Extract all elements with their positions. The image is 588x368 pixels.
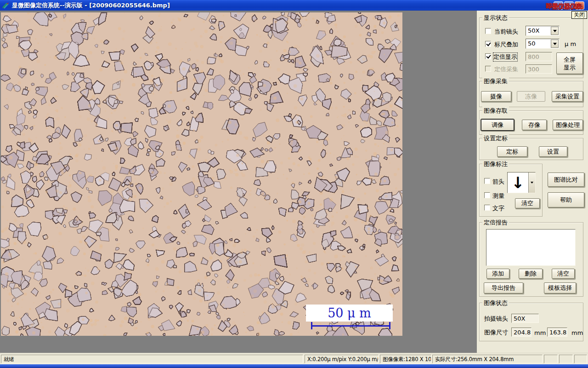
lens-value-field: 50X — [511, 314, 539, 323]
load-image-button[interactable]: 调像 — [481, 119, 514, 131]
watermark-text: 即墨仪器仪表 — [546, 2, 582, 11]
scale-bar-tick-right — [389, 322, 390, 329]
image-width-field: 204.8 — [511, 328, 531, 337]
arrow-checkbox[interactable] — [484, 178, 490, 184]
group-image-status: 图像状态 拍摄镜头 50X 图像尺寸 204.8 mm 163.8 mm — [479, 303, 583, 341]
lens-label: 拍摄镜头 — [484, 315, 508, 323]
fullscreen-button[interactable]: 全屏 显示 — [556, 52, 583, 74]
group-report-title: 定倍报告 — [482, 218, 509, 227]
status-pixel-scale: X:0.200μ m/pix Y:0.200μ m/pix — [305, 355, 379, 363]
ruler-unit-label: μ m — [565, 40, 576, 47]
window-title: 显微图像定倍系统--演示版 - [20090602055646.bmp] — [12, 1, 170, 10]
status-ready: 就绪 — [1, 355, 303, 363]
group-display-status: 显示状态 当前镜头 50X 标尺叠加 50 μ m 定倍显示 800 定倍采集 … — [479, 17, 583, 78]
fixed-capture-checkbox — [485, 66, 491, 72]
fixed-capture-input: 300 — [526, 64, 552, 74]
fullscreen-button-line1: 全屏 — [564, 56, 576, 63]
help-button[interactable]: 帮助 — [548, 192, 584, 207]
chevron-down-icon — [553, 30, 557, 32]
chevron-down-icon — [531, 182, 533, 184]
image-process-button[interactable]: 图像处理 — [553, 120, 583, 130]
scale-bar-tick-left — [311, 322, 312, 329]
report-add-button[interactable]: 添加 — [486, 269, 509, 279]
group-annotation: 图像标注 箭头 ↓ 测量 文字 清空 — [479, 164, 543, 217]
fullscreen-button-line2: 显示 — [564, 64, 576, 71]
calibrate-button[interactable]: 定标 — [497, 146, 527, 157]
app-icon — [2, 2, 10, 9]
current-lens-label: 当前镜头 — [494, 28, 518, 36]
group-capture: 图像采集 摄像 冻像 采集设置 — [479, 81, 583, 107]
status-actual-size: 实际尺寸:256.0mm X 204.8mm — [432, 355, 543, 363]
arrow-down-icon: ↓ — [508, 172, 528, 193]
current-lens-select[interactable]: 50X — [526, 26, 560, 36]
current-lens-dropdown-button[interactable] — [551, 27, 559, 35]
group-storage-title: 图像存取 — [482, 107, 509, 115]
arrow-style-dropdown-button[interactable] — [528, 172, 535, 193]
measure-checkbox[interactable] — [484, 192, 490, 198]
title-bar[interactable]: 显微图像定倍系统--演示版 - [20090602055646.bmp] 即墨仪… — [0, 0, 588, 11]
report-listbox[interactable] — [486, 229, 576, 266]
fixed-display-checkbox[interactable] — [485, 53, 491, 59]
close-tooltip: 关闭 — [571, 11, 587, 19]
app-window: 显微图像定倍系统--演示版 - [20090602055646.bmp] 即墨仪… — [0, 0, 588, 368]
width-unit-label: mm — [534, 329, 546, 336]
ruler-overlay-label: 标尺叠加 — [494, 40, 518, 49]
export-report-button[interactable]: 导出报告 — [484, 282, 523, 293]
status-pane-1 — [544, 355, 558, 363]
image-height-field: 163.8 — [547, 328, 567, 337]
ruler-value-select[interactable]: 50 — [526, 39, 560, 49]
current-lens-checkbox[interactable] — [485, 28, 491, 34]
report-clear-button[interactable]: 清空 — [552, 269, 575, 279]
text-checkbox[interactable] — [484, 205, 490, 211]
image-size-label: 图像尺寸 — [484, 328, 508, 337]
scale-bar-line — [311, 325, 390, 327]
save-image-button[interactable]: 存像 — [522, 120, 547, 130]
chevron-down-icon — [553, 43, 557, 45]
capture-settings-button[interactable]: 采集设置 — [552, 91, 583, 102]
ruler-overlay-checkbox[interactable] — [485, 41, 491, 47]
window-bottom-border — [0, 364, 588, 368]
freeze-button: 冻像 — [517, 91, 545, 102]
group-annotation-title: 图像标注 — [482, 160, 509, 168]
group-report: 定倍报告 添加 删除 清空 导出报告 模板选择 — [479, 222, 583, 297]
template-select-button[interactable]: 模板选择 — [544, 282, 576, 293]
fixed-display-input: 800 — [526, 52, 552, 61]
group-display-status-title: 显示状态 — [482, 14, 509, 22]
height-unit-label: mm — [571, 329, 583, 336]
text-label: 文字 — [492, 204, 504, 213]
shoot-button[interactable]: 摄像 — [481, 91, 511, 102]
ruler-dropdown-button[interactable] — [551, 40, 559, 48]
arrow-label: 箭头 — [492, 178, 504, 186]
micrograph-image[interactable] — [1, 12, 402, 336]
status-pane-2 — [559, 355, 573, 363]
arrow-style-select[interactable]: ↓ — [507, 172, 536, 193]
control-panel: 显示状态 当前镜头 50X 标尺叠加 50 μ m 定倍显示 800 定倍采集 … — [477, 11, 588, 353]
scale-bar-text: 50 μ m — [328, 306, 371, 320]
group-capture-title: 图像采集 — [482, 77, 509, 86]
image-canvas-area: 50 μ m — [0, 11, 477, 353]
scale-bar-box: 50 μ m — [306, 305, 393, 322]
annotation-clear-button[interactable]: 清空 — [515, 198, 540, 208]
fixed-capture-label: 定倍采集 — [494, 65, 518, 74]
status-bar: 就绪 X:0.200μ m/pix Y:0.200μ m/pix 图像像素:12… — [0, 353, 588, 364]
group-storage: 图像存取 调像 存像 图像处理 — [479, 110, 583, 135]
measure-label: 测量 — [492, 192, 504, 200]
report-delete-button[interactable]: 删除 — [519, 269, 543, 279]
group-image-status-title: 图像状态 — [482, 299, 509, 307]
calibration-settings-button[interactable]: 设置 — [539, 146, 567, 157]
status-image-pixels: 图像像素:1280 X 1024 — [380, 355, 431, 363]
atlas-compare-button[interactable]: 图谱比对 — [548, 172, 584, 187]
status-pane-3 — [574, 355, 587, 363]
fixed-display-label: 定倍显示 — [493, 53, 517, 61]
group-calibration: 设置定标 定标 设置 — [479, 138, 583, 160]
group-calibration-title: 设置定标 — [482, 134, 509, 143]
